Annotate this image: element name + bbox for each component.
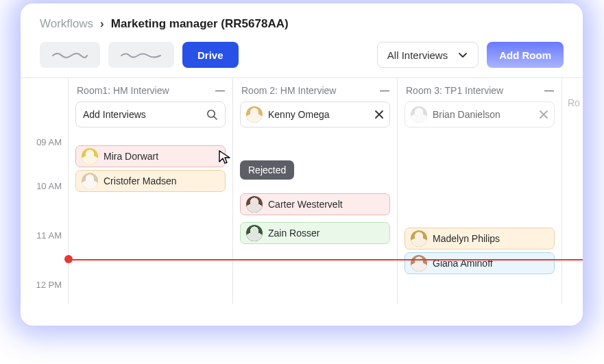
breadcrumb-current: Marketing manager (RR5678AA) (111, 17, 289, 31)
close-icon[interactable] (539, 110, 548, 119)
avatar (411, 255, 427, 271)
avatar (411, 230, 427, 247)
interviewer-name: Kenny Omega (268, 109, 330, 120)
avatar (246, 106, 263, 123)
drive-button[interactable]: Drive (182, 42, 239, 68)
time-label: 09 AM (21, 137, 62, 147)
candidate-card[interactable]: Mira Dorwart (75, 145, 226, 167)
interviewer-chip[interactable]: Kenny Omega (240, 101, 390, 128)
scribble-pill-2[interactable] (108, 42, 174, 68)
candidate-card[interactable]: Zain Rosser (240, 222, 390, 244)
interviewer-chip[interactable]: Brian Danielson (404, 101, 555, 128)
candidate-name: Cristofer Madsen (104, 175, 177, 186)
time-label: 11 AM (21, 230, 62, 241)
candidate-card[interactable]: Carter Westervelt (240, 193, 390, 215)
time-label: 12 PM (21, 280, 62, 290)
candidate-card[interactable]: Giana Aminoff (404, 252, 555, 274)
room-header: Room 2: HM Interview — (240, 85, 390, 101)
avatar (246, 225, 263, 241)
avatar (411, 106, 427, 123)
rooms-container: Room1: HM Interview — Add Interviews Mir… (69, 78, 583, 304)
interview-filter-label: All Interviews (387, 49, 448, 61)
toolbar: Drive All Interviews Add Room (21, 31, 583, 77)
avatar (82, 173, 98, 189)
candidate-name: Mira Dorwart (104, 151, 158, 162)
room-title: Room1: HM Interview (77, 85, 169, 96)
minus-icon[interactable]: — (380, 85, 389, 96)
interview-filter-select[interactable]: All Interviews (377, 42, 479, 68)
room-column: Room 2: HM Interview — Kenny Omega Rejec… (233, 78, 398, 304)
candidate-card[interactable]: Madelyn Philips (404, 228, 555, 250)
svg-line-1 (214, 117, 217, 119)
current-time-line (69, 259, 583, 260)
avatar (82, 148, 98, 165)
schedule-grid: 09 AM 10 AM 11 AM 12 PM Room1: HM Interv… (21, 77, 583, 304)
candidate-name: Zain Rosser (268, 228, 319, 239)
add-room-button[interactable]: Add Room (487, 42, 564, 68)
status-tooltip: Rejected (240, 160, 294, 180)
chevron-down-icon (457, 49, 468, 60)
close-icon[interactable] (374, 110, 384, 119)
room-column: Room 3: TP1 Interview — Brian Danielson … (398, 78, 562, 304)
minus-icon[interactable]: — (544, 85, 553, 96)
add-room-label: Add Room (499, 49, 551, 61)
status-tooltip-label: Rejected (248, 165, 286, 175)
drive-button-label: Drive (197, 49, 224, 61)
time-column: 09 AM 10 AM 11 AM 12 PM (21, 78, 69, 304)
search-icon (206, 108, 218, 121)
room-overflow: Ro (562, 78, 583, 304)
avatar (246, 196, 263, 213)
chevron-right-icon: › (100, 17, 104, 31)
add-interviews-placeholder: Add Interviews (83, 109, 146, 120)
room-column: Room1: HM Interview — Add Interviews Mir… (69, 78, 233, 304)
candidate-name: Madelyn Philips (433, 233, 500, 244)
room-title: Room 2: HM Interview (241, 85, 336, 96)
interviewer-name: Brian Danielson (433, 109, 500, 120)
add-interviews-input[interactable]: Add Interviews (75, 101, 226, 128)
time-label: 10 AM (21, 181, 62, 191)
room-title: Room 3: TP1 Interview (406, 85, 503, 96)
breadcrumb: Workflows › Marketing manager (RR5678AA) (21, 17, 583, 31)
scheduler-card: Workflows › Marketing manager (RR5678AA)… (21, 3, 583, 326)
room-header: Room1: HM Interview — (75, 85, 226, 101)
room-header: Room 3: TP1 Interview — (404, 85, 555, 101)
candidate-name: Carter Westervelt (268, 199, 343, 210)
minus-icon[interactable]: — (215, 85, 224, 96)
breadcrumb-root[interactable]: Workflows (40, 17, 93, 31)
scribble-pill-1[interactable] (40, 42, 100, 68)
candidate-card[interactable]: Cristofer Madsen (75, 170, 226, 192)
current-time-dot (64, 255, 73, 263)
room-overflow-label: Ro (568, 97, 580, 108)
